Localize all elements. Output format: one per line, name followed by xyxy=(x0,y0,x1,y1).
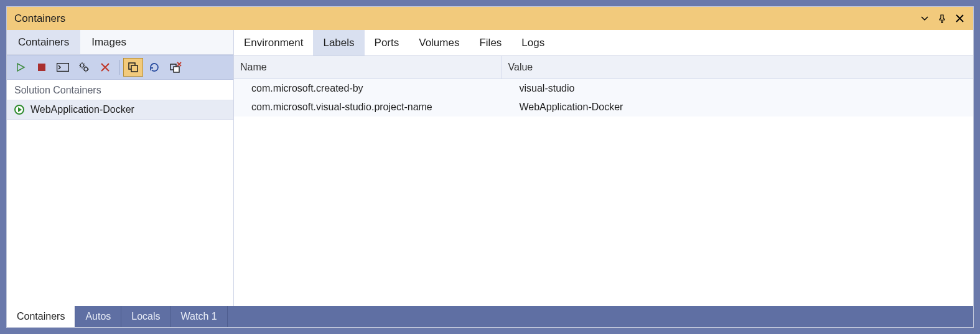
right-pane: Environment Labels Ports Volumes Files L… xyxy=(234,30,973,306)
tab-volumes[interactable]: Volumes xyxy=(409,30,469,55)
svg-point-3 xyxy=(84,67,88,71)
labels-table: Name Value com.microsoft.created-by visu… xyxy=(234,56,973,117)
svg-rect-5 xyxy=(131,65,138,72)
svg-rect-1 xyxy=(57,64,69,72)
prune-button[interactable] xyxy=(166,58,185,77)
label-value-cell: visual-studio xyxy=(502,79,973,98)
refresh-button[interactable] xyxy=(144,58,164,77)
window-options-dropdown-icon[interactable] xyxy=(917,11,932,26)
settings-restart-button[interactable] xyxy=(74,58,94,77)
copy-button[interactable] xyxy=(123,58,143,77)
tab-ports[interactable]: Ports xyxy=(365,30,409,55)
play-button[interactable] xyxy=(11,58,30,77)
group-header: Solution Containers xyxy=(7,80,233,100)
close-icon[interactable] xyxy=(952,11,967,26)
left-toolbar xyxy=(7,55,233,80)
tab-labels[interactable]: Labels xyxy=(313,30,364,55)
svg-rect-0 xyxy=(38,64,45,71)
window-titlebar: Containers xyxy=(7,7,973,30)
tab-logs[interactable]: Logs xyxy=(511,30,554,55)
label-name-cell: com.microsoft.visual-studio.project-name xyxy=(234,98,502,117)
bottom-tab-watch1[interactable]: Watch 1 xyxy=(171,306,228,327)
table-row[interactable]: com.microsoft.visual-studio.project-name… xyxy=(234,98,973,117)
column-header-name[interactable]: Name xyxy=(234,56,502,79)
running-status-icon xyxy=(14,105,24,115)
tab-containers[interactable]: Containers xyxy=(7,30,80,54)
tab-files[interactable]: Files xyxy=(469,30,511,55)
container-item-label: WebApplication-Docker xyxy=(30,104,134,115)
tab-environment[interactable]: Environment xyxy=(234,30,313,55)
svg-point-2 xyxy=(80,64,84,67)
label-value-cell: WebApplication-Docker xyxy=(502,98,973,117)
window-title: Containers xyxy=(14,12,65,25)
container-tree: Solution Containers WebApplication-Docke… xyxy=(7,80,233,306)
bottom-tab-locals[interactable]: Locals xyxy=(121,306,170,327)
table-row[interactable]: com.microsoft.created-by visual-studio xyxy=(234,79,973,98)
label-name-cell: com.microsoft.created-by xyxy=(234,79,502,98)
pin-icon[interactable] xyxy=(935,11,950,26)
stop-button[interactable] xyxy=(32,58,52,77)
container-item[interactable]: WebApplication-Docker xyxy=(7,100,233,120)
bottom-tab-autos[interactable]: Autos xyxy=(75,306,121,327)
column-header-value[interactable]: Value xyxy=(502,56,973,79)
left-tabrow: Containers Images xyxy=(7,30,233,55)
terminal-button[interactable] xyxy=(53,58,73,77)
bottom-tabrow: Containers Autos Locals Watch 1 xyxy=(7,306,973,327)
left-pane: Containers Images xyxy=(7,30,234,306)
delete-button[interactable] xyxy=(95,58,115,77)
svg-rect-7 xyxy=(174,67,179,72)
toolbar-separator xyxy=(119,60,119,75)
tab-images[interactable]: Images xyxy=(80,30,138,54)
detail-tabrow: Environment Labels Ports Volumes Files L… xyxy=(234,30,973,56)
bottom-tab-containers[interactable]: Containers xyxy=(7,306,75,327)
